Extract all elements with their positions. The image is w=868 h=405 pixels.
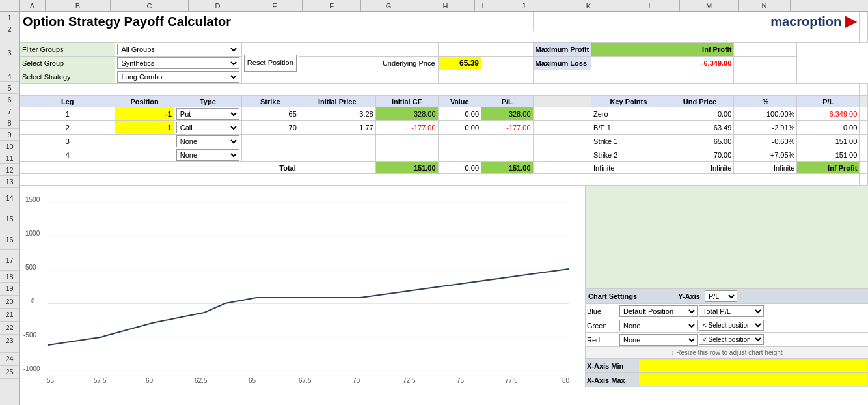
filter-row5: Select Strategy Long Combo (20, 70, 868, 84)
green-select[interactable]: None (619, 320, 698, 331)
kp-be1-pl: 0.00 (797, 121, 860, 135)
leg4-type-select[interactable]: None (176, 149, 239, 161)
x-label-625: 62.5 (195, 377, 208, 384)
leg1-type-cell[interactable]: Put (174, 107, 241, 121)
leg4-pl (481, 148, 534, 162)
xaxis-min-row: X-Axis Min (586, 359, 868, 373)
red-select[interactable]: None (619, 334, 698, 346)
col-f: F (303, 0, 361, 11)
leg3-type-cell[interactable]: None (174, 135, 241, 148)
col-i: I (475, 0, 491, 11)
y-axis-value-display: P/L (705, 292, 737, 300)
type-header: Type (174, 96, 241, 107)
col-k: K (556, 0, 621, 11)
total-value: 0.00 (438, 162, 481, 174)
xaxis-max-value[interactable] (639, 374, 867, 386)
corner-cell (0, 0, 20, 11)
red-label: Red (587, 336, 619, 344)
reset-btn-inner[interactable]: Reset Position (244, 55, 297, 71)
leg2-num: 2 (20, 121, 115, 135)
leg2-value: 0.00 (438, 121, 481, 135)
leg3-position[interactable] (115, 135, 174, 148)
blue-select[interactable]: Default Position (619, 305, 698, 317)
leg2-position[interactable]: 1 (115, 121, 174, 135)
x-label-775: 77.5 (505, 377, 518, 384)
kp-inf-label: Infinite (591, 162, 666, 174)
green-label: Green (587, 322, 619, 329)
empty-n2 (860, 31, 868, 43)
filter-row3: Filter Groups All Groups Reset Position … (20, 43, 868, 57)
brand-icon: ▶ (841, 13, 856, 29)
app-title: Option Strategy Payoff Calculator (20, 12, 534, 31)
xaxis-min-value[interactable] (639, 360, 867, 372)
leg1-type-select[interactable]: Put (176, 108, 239, 120)
row-17: 17 (0, 250, 19, 271)
leg1-position[interactable]: -1 (115, 107, 174, 121)
filter-groups-select-cell[interactable]: All Groups (115, 43, 241, 57)
leg4-type-cell[interactable]: None (174, 148, 241, 162)
leg2-type-cell[interactable]: Call (174, 121, 241, 135)
kp-s2-und: 70.00 (666, 148, 734, 162)
row-16: 16 (0, 229, 19, 250)
y-axis-select[interactable]: P/L (705, 290, 737, 302)
empty-row6 (20, 84, 860, 96)
leg4-position[interactable] (115, 148, 174, 162)
kp-zero-label: Zero (591, 107, 666, 121)
row-24: 24 (0, 353, 19, 366)
empty-jkl5 (533, 70, 734, 84)
sep-10 (533, 135, 591, 148)
leg-header: Leg (20, 96, 115, 107)
reset-position-button[interactable]: Reset Position (241, 43, 299, 84)
empty-n10 (860, 135, 868, 148)
payoff-chart: 1500 1000 500 0 -500 -1000 (22, 189, 575, 384)
leg-4-row: 4 None Strike 2 70.00 +7.05% 151.00 (20, 148, 868, 162)
col-h: H (416, 0, 475, 11)
leg1-initial-price: 3.28 (299, 107, 375, 121)
column-header-row: Leg Position Type Strike Initial Price I… (20, 96, 868, 107)
leg-1-row: 1 -1 Put 65 3.28 328.00 0.00 328.00 Zero… (20, 107, 868, 121)
y-label-500: 500 (25, 264, 36, 271)
empty-n6 (860, 84, 868, 96)
max-profit-value: Inf Profit (591, 43, 734, 57)
col-c: C (111, 0, 189, 11)
leg3-strike (241, 135, 299, 148)
y-label-1500: 1500 (25, 196, 40, 203)
green-right-select[interactable]: < Select position first (699, 320, 764, 331)
y-label-neg1000: -1000 (23, 365, 40, 372)
total-label: Total (20, 162, 299, 174)
leg2-initial-price: 1.77 (299, 121, 375, 135)
leg3-type-select[interactable]: None (176, 135, 239, 147)
title-row: Option Strategy Payoff Calculator macrop… (20, 12, 868, 31)
red-row: Red None < Select position first (586, 333, 868, 347)
y-axis-label: Y-Axis (678, 292, 700, 300)
row-3: 3 (0, 35, 19, 70)
kp-und-price-header: Und Price (666, 96, 734, 107)
leg4-icf (375, 148, 438, 162)
red-right-select[interactable]: < Select position first (699, 334, 764, 345)
spreadsheet: A B C D E F G H I J K L M N 1 2 3 4 5 6 … (0, 0, 868, 405)
row-6: 6 (0, 94, 19, 105)
green-row: Green None < Select position first (586, 318, 868, 333)
initial-cf-header: Initial CF (375, 96, 438, 107)
select-strategy-select-cell[interactable]: Long Combo (115, 70, 241, 84)
select-group-select[interactable]: Synthetics (117, 57, 239, 69)
leg-2-row: 2 1 Call 70 1.77 -177.00 0.00 -177.00 B/… (20, 121, 868, 135)
leg1-initial-cf: 328.00 (375, 107, 438, 121)
kp-s2-pl: 151.00 (797, 148, 860, 162)
row-14: 14 (0, 188, 19, 208)
xaxis-max-row: X-Axis Max (586, 373, 868, 387)
blue-label: Blue (587, 307, 619, 315)
select-strategy-select[interactable]: Long Combo (117, 71, 239, 83)
leg2-strike: 70 (241, 121, 299, 135)
select-group-label: Select Group (20, 57, 115, 70)
x-label-65: 65 (249, 377, 256, 384)
kp-pct-header: % (734, 96, 797, 107)
leg2-type-select[interactable]: Call (176, 122, 239, 133)
x-label-575: 57.5 (94, 377, 107, 384)
row-8: 8 (0, 117, 19, 129)
blue-right-select[interactable]: Total P/L (699, 305, 764, 317)
select-group-select-cell[interactable]: Synthetics (115, 57, 241, 70)
leg1-pl: 328.00 (481, 107, 534, 121)
filter-groups-select[interactable]: All Groups (117, 44, 239, 55)
empty-n3 (734, 43, 797, 57)
